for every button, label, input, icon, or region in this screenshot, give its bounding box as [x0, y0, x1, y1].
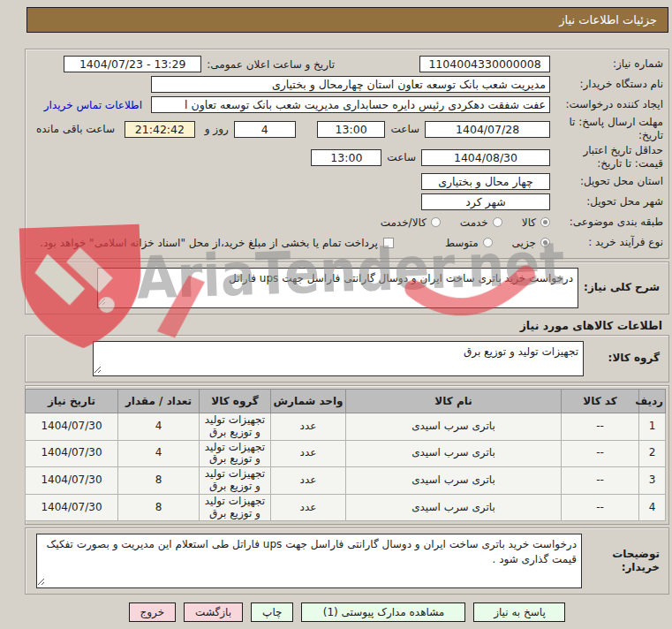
- exit-button[interactable]: خروج: [129, 602, 177, 622]
- radio-option-label: خدمت: [460, 216, 488, 229]
- cell-row-no: 4: [639, 494, 666, 521]
- process-type-label: نوع فرآیند خرید :: [550, 236, 663, 249]
- price-validity-time-field[interactable]: 13:00: [311, 149, 381, 166]
- remaining-days-suffix: روز و: [205, 123, 229, 135]
- goods-group-panel: گروه کالا: تجهیزات تولید و توزیع برق: [25, 335, 669, 383]
- radio-option-label: متوسط: [445, 237, 479, 249]
- main-content: شماره نیاز: 1104004330000008 تاریخ و ساع…: [25, 49, 669, 622]
- cell-item-code: --: [562, 440, 639, 467]
- price-validity-hour-label: ساعت: [387, 151, 416, 163]
- buyer-contact-link[interactable]: اطلاعات تماس خریدار: [44, 99, 142, 111]
- radio-icon[interactable]: [483, 238, 493, 247]
- page-title-bar: جزئیات اطلاعات نیاز: [26, 7, 668, 33]
- reply-to-need-button[interactable]: پاسخ به نیاز: [473, 602, 565, 622]
- items-table-header-row: ردیف کد کالا نام کالا واحد شمارش گروه کا…: [26, 390, 666, 413]
- reply-deadline-hour-label: ساعت: [390, 123, 419, 135]
- resize-grip-icon[interactable]: [38, 579, 46, 587]
- cell-item-name: باتری سرب اسیدی: [346, 467, 562, 495]
- row-delivery-city: شهر محل تحویل: شهر کرد: [31, 192, 663, 212]
- radio-option-label: کالا/خدمت: [381, 216, 427, 229]
- buyer-notes-label: توضیحات خریدار:: [582, 548, 663, 575]
- col-header-unit: واحد شمارش: [271, 390, 346, 413]
- delivery-province-label: استان محل تحویل:: [550, 175, 663, 188]
- cell-quantity: 8: [118, 494, 200, 521]
- buyer-notes-text: درخواست خرید باتری ساخت ایران و دوسال گا…: [47, 538, 577, 565]
- row-need-number: شماره نیاز: 1104004330000008 تاریخ و ساع…: [31, 54, 663, 74]
- table-row: 2 -- باتری سرب اسیدی عدد تجهیزات تولید و…: [26, 440, 666, 467]
- announce-datetime-field[interactable]: 1404/07/23 - 13:29: [64, 56, 201, 72]
- view-attachments-button[interactable]: مشاهده مدارک پیوستی (1): [301, 602, 465, 622]
- radio-option-goods[interactable]: کالا: [522, 216, 550, 229]
- radio-option-goods-service[interactable]: کالا/خدمت: [381, 216, 441, 229]
- announce-datetime-label: تاریخ و ساعت اعلان عمومی:: [207, 58, 335, 71]
- table-row: 1 -- باتری سرب اسیدی عدد تجهیزات تولید و…: [26, 413, 666, 441]
- cell-item-name: باتری سرب اسیدی: [346, 494, 562, 521]
- page-title: جزئیات اطلاعات نیاز: [559, 13, 657, 27]
- need-description-textarea[interactable]: درخواست خرید باتری ساخت ایران و دوسال گا…: [97, 268, 578, 308]
- reply-deadline-date-field[interactable]: 1404/07/28: [425, 121, 550, 138]
- buyer-notes-panel: توضیحات خریدار: درخواست خرید باتری ساخت …: [25, 527, 669, 595]
- reply-deadline-label: مهلت ارسال پاسخ: تا تاریخ:: [550, 116, 663, 142]
- radio-icon[interactable]: [540, 217, 550, 227]
- cell-row-no: 3: [639, 467, 666, 495]
- cell-item-code: --: [562, 467, 639, 495]
- cell-need-date: 1404/07/30: [26, 494, 118, 521]
- radio-icon[interactable]: [540, 238, 550, 247]
- need-number-label: شماره نیاز:: [550, 57, 663, 71]
- remaining-hours-label: ساعت باقی مانده: [36, 123, 115, 135]
- radio-option-minor[interactable]: جزیی: [512, 237, 550, 249]
- cell-unit: عدد: [271, 413, 346, 441]
- col-header-row-no: ردیف: [639, 390, 666, 413]
- row-process-type: نوع فرآیند خرید : جزیی متوسط پرداخت تمام…: [31, 232, 663, 253]
- cell-item-group: تجهیزات تولید و توزیع برق: [200, 494, 271, 521]
- need-number-field[interactable]: 1104004330000008: [419, 56, 550, 72]
- treasury-checkbox[interactable]: [383, 238, 394, 248]
- back-button[interactable]: بازگشت: [184, 602, 243, 622]
- row-reply-deadline: مهلت ارسال پاسخ: تا تاریخ: 1404/07/28 سا…: [31, 115, 663, 143]
- cell-item-group: تجهیزات تولید و توزیع برق: [200, 413, 271, 441]
- cell-item-name: باتری سرب اسیدی: [346, 413, 562, 441]
- treasury-checkbox-label: پرداخت تمام یا بخشی از مبلغ خرید،از محل …: [40, 237, 378, 249]
- cell-item-code: --: [562, 413, 639, 441]
- goods-group-text: تجهیزات تولید و توزیع برق: [464, 345, 578, 358]
- radio-option-label: کالا: [522, 216, 536, 229]
- goods-section-title: اطلاعات کالاهای مورد نیاز: [25, 314, 669, 335]
- price-validity-label: حداقل تاریخ اعتبار قیمت: تا تاریخ:: [550, 144, 663, 171]
- cell-item-name: باتری سرب اسیدی: [346, 440, 562, 467]
- cell-row-no: 1: [639, 413, 666, 441]
- remaining-days-field[interactable]: 4: [234, 121, 296, 138]
- cell-quantity: 4: [118, 440, 200, 467]
- request-creator-field[interactable]: عفت شفقت دهکردی رئیس دایره حسابداری مدیر…: [151, 96, 550, 113]
- radio-icon[interactable]: [493, 217, 502, 227]
- goods-group-textarea[interactable]: تجهیزات تولید و توزیع برق: [93, 341, 584, 376]
- resize-grip-icon[interactable]: [94, 367, 102, 375]
- radio-icon[interactable]: [431, 217, 441, 227]
- print-button[interactable]: چاپ: [251, 602, 293, 622]
- items-table: ردیف کد کالا نام کالا واحد شمارش گروه کا…: [25, 389, 666, 521]
- row-price-validity: حداقل تاریخ اعتبار قیمت: تا تاریخ: 1404/…: [31, 143, 663, 171]
- cell-need-date: 1404/07/30: [26, 467, 118, 495]
- delivery-city-field[interactable]: شهر کرد: [421, 193, 550, 210]
- reply-deadline-time-field[interactable]: 13:00: [317, 121, 386, 138]
- treasury-checkbox-group[interactable]: پرداخت تمام یا بخشی از مبلغ خرید،از محل …: [40, 237, 394, 249]
- cell-unit: عدد: [271, 467, 346, 495]
- radio-option-medium[interactable]: متوسط: [445, 237, 493, 249]
- cell-item-group: تجهیزات تولید و توزیع برق: [200, 467, 271, 495]
- cell-unit: عدد: [271, 494, 346, 521]
- table-row: 4 -- باتری سرب اسیدی عدد تجهیزات تولید و…: [26, 494, 666, 521]
- buyer-org-field[interactable]: مدیریت شعب بانک توسعه تعاون استان چهارمح…: [151, 76, 550, 93]
- cell-item-code: --: [562, 494, 639, 521]
- need-description-label: شرح کلی نیاز:: [578, 281, 663, 295]
- col-header-need-date: تاریخ نیاز: [26, 390, 118, 413]
- col-header-item-code: کد کالا: [562, 390, 639, 413]
- price-validity-date-field[interactable]: 1404/08/30: [421, 149, 550, 166]
- radio-option-service[interactable]: خدمت: [460, 216, 502, 229]
- col-header-quantity: تعداد / مقدار: [118, 390, 200, 413]
- footer-buttons: پاسخ به نیاز مشاهده مدارک پیوستی (1) چاپ…: [25, 602, 669, 622]
- countdown-timer: 21:42:42: [125, 121, 195, 138]
- resize-grip-icon[interactable]: [99, 299, 107, 307]
- delivery-province-field[interactable]: چهار محال و بختیاری: [421, 173, 550, 190]
- buyer-notes-textarea[interactable]: درخواست خرید باتری ساخت ایران و دوسال گا…: [36, 534, 582, 588]
- table-row: 3 -- باتری سرب اسیدی عدد تجهیزات تولید و…: [26, 467, 666, 495]
- row-request-creator: ایجاد کننده درخواست: عفت شفقت دهکردی رئی…: [31, 95, 663, 115]
